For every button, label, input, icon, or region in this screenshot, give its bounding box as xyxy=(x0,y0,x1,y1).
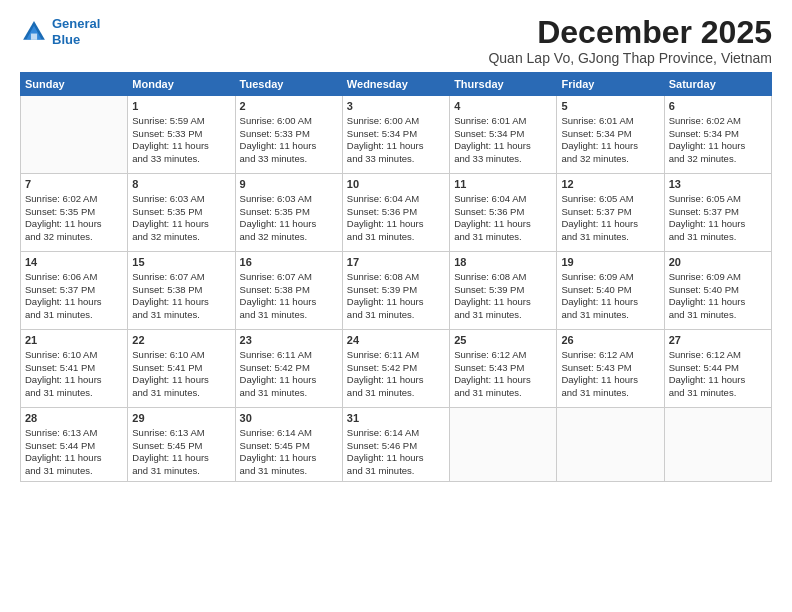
day-info: Sunset: 5:44 PM xyxy=(669,362,767,375)
calendar-cell: 11Sunrise: 6:04 AMSunset: 5:36 PMDayligh… xyxy=(450,174,557,252)
day-info: Sunset: 5:34 PM xyxy=(347,128,445,141)
day-info: Daylight: 11 hours xyxy=(669,296,767,309)
day-info: Sunrise: 6:04 AM xyxy=(454,193,552,206)
day-info: Sunrise: 6:07 AM xyxy=(240,271,338,284)
day-info: Daylight: 11 hours xyxy=(454,140,552,153)
title-block: December 2025 Quan Lap Vo, GJong Thap Pr… xyxy=(488,16,772,66)
day-info: Daylight: 11 hours xyxy=(561,140,659,153)
day-info: Sunrise: 6:13 AM xyxy=(132,427,230,440)
day-info: and 33 minutes. xyxy=(347,153,445,166)
day-info: Daylight: 11 hours xyxy=(347,218,445,231)
calendar-cell: 3Sunrise: 6:00 AMSunset: 5:34 PMDaylight… xyxy=(342,96,449,174)
calendar-cell: 31Sunrise: 6:14 AMSunset: 5:46 PMDayligh… xyxy=(342,408,449,482)
day-info: Sunset: 5:33 PM xyxy=(132,128,230,141)
day-number: 30 xyxy=(240,411,338,426)
day-info: Daylight: 11 hours xyxy=(347,140,445,153)
calendar-cell: 1Sunrise: 5:59 AMSunset: 5:33 PMDaylight… xyxy=(128,96,235,174)
calendar-cell: 18Sunrise: 6:08 AMSunset: 5:39 PMDayligh… xyxy=(450,252,557,330)
day-info: Daylight: 11 hours xyxy=(240,452,338,465)
calendar-cell xyxy=(21,96,128,174)
calendar-header-saturday: Saturday xyxy=(664,73,771,96)
calendar-cell xyxy=(450,408,557,482)
day-info: Daylight: 11 hours xyxy=(25,218,123,231)
day-info: Sunrise: 6:14 AM xyxy=(347,427,445,440)
day-info: Sunset: 5:40 PM xyxy=(669,284,767,297)
day-info: Sunrise: 6:08 AM xyxy=(347,271,445,284)
day-info: Sunset: 5:34 PM xyxy=(561,128,659,141)
day-info: Sunrise: 6:09 AM xyxy=(561,271,659,284)
day-info: Sunrise: 6:14 AM xyxy=(240,427,338,440)
day-info: and 33 minutes. xyxy=(132,153,230,166)
day-info: Sunset: 5:34 PM xyxy=(669,128,767,141)
day-info: Sunset: 5:38 PM xyxy=(240,284,338,297)
day-number: 12 xyxy=(561,177,659,192)
day-info: Sunrise: 6:07 AM xyxy=(132,271,230,284)
day-info: Daylight: 11 hours xyxy=(25,296,123,309)
calendar-cell: 8Sunrise: 6:03 AMSunset: 5:35 PMDaylight… xyxy=(128,174,235,252)
day-number: 29 xyxy=(132,411,230,426)
day-info: and 31 minutes. xyxy=(240,309,338,322)
month-title: December 2025 xyxy=(488,16,772,48)
day-number: 28 xyxy=(25,411,123,426)
day-number: 14 xyxy=(25,255,123,270)
calendar-week-row: 21Sunrise: 6:10 AMSunset: 5:41 PMDayligh… xyxy=(21,330,772,408)
day-info: Sunrise: 6:11 AM xyxy=(347,349,445,362)
day-info: Sunrise: 6:03 AM xyxy=(132,193,230,206)
day-info: Daylight: 11 hours xyxy=(25,374,123,387)
calendar-week-row: 1Sunrise: 5:59 AMSunset: 5:33 PMDaylight… xyxy=(21,96,772,174)
day-info: Sunrise: 6:11 AM xyxy=(240,349,338,362)
day-info: Sunset: 5:44 PM xyxy=(25,440,123,453)
calendar-cell: 30Sunrise: 6:14 AMSunset: 5:45 PMDayligh… xyxy=(235,408,342,482)
day-info: Sunrise: 6:08 AM xyxy=(454,271,552,284)
calendar-cell: 12Sunrise: 6:05 AMSunset: 5:37 PMDayligh… xyxy=(557,174,664,252)
header: General Blue December 2025 Quan Lap Vo, … xyxy=(20,16,772,66)
calendar-cell: 19Sunrise: 6:09 AMSunset: 5:40 PMDayligh… xyxy=(557,252,664,330)
day-info: Sunrise: 6:06 AM xyxy=(25,271,123,284)
day-info: Daylight: 11 hours xyxy=(669,218,767,231)
day-info: Sunset: 5:34 PM xyxy=(454,128,552,141)
day-number: 19 xyxy=(561,255,659,270)
day-info: Sunrise: 6:04 AM xyxy=(347,193,445,206)
day-info: and 31 minutes. xyxy=(25,309,123,322)
day-info: and 32 minutes. xyxy=(669,153,767,166)
day-number: 31 xyxy=(347,411,445,426)
day-info: and 31 minutes. xyxy=(347,231,445,244)
calendar-header-sunday: Sunday xyxy=(21,73,128,96)
day-info: Sunset: 5:39 PM xyxy=(454,284,552,297)
day-info: and 31 minutes. xyxy=(669,309,767,322)
day-number: 3 xyxy=(347,99,445,114)
day-number: 1 xyxy=(132,99,230,114)
day-info: and 31 minutes. xyxy=(132,309,230,322)
day-info: Daylight: 11 hours xyxy=(240,374,338,387)
day-info: Daylight: 11 hours xyxy=(669,374,767,387)
day-info: Sunset: 5:40 PM xyxy=(561,284,659,297)
day-info: and 31 minutes. xyxy=(454,231,552,244)
day-info: Sunrise: 6:00 AM xyxy=(347,115,445,128)
logo: General Blue xyxy=(20,16,100,47)
calendar-cell: 13Sunrise: 6:05 AMSunset: 5:37 PMDayligh… xyxy=(664,174,771,252)
day-info: and 31 minutes. xyxy=(454,387,552,400)
calendar-cell xyxy=(664,408,771,482)
day-info: Sunrise: 6:01 AM xyxy=(561,115,659,128)
day-info: Sunset: 5:41 PM xyxy=(132,362,230,375)
logo-blue: Blue xyxy=(52,32,80,47)
day-info: Sunset: 5:35 PM xyxy=(25,206,123,219)
day-number: 9 xyxy=(240,177,338,192)
calendar-header-friday: Friday xyxy=(557,73,664,96)
day-info: Sunrise: 5:59 AM xyxy=(132,115,230,128)
day-info: Sunrise: 6:02 AM xyxy=(669,115,767,128)
day-info: Daylight: 11 hours xyxy=(347,374,445,387)
day-info: Sunrise: 6:09 AM xyxy=(669,271,767,284)
day-info: and 33 minutes. xyxy=(454,153,552,166)
calendar-week-row: 7Sunrise: 6:02 AMSunset: 5:35 PMDaylight… xyxy=(21,174,772,252)
day-info: Daylight: 11 hours xyxy=(561,218,659,231)
day-number: 13 xyxy=(669,177,767,192)
calendar-table: SundayMondayTuesdayWednesdayThursdayFrid… xyxy=(20,72,772,482)
day-info: Sunrise: 6:05 AM xyxy=(669,193,767,206)
calendar-cell: 26Sunrise: 6:12 AMSunset: 5:43 PMDayligh… xyxy=(557,330,664,408)
day-number: 4 xyxy=(454,99,552,114)
calendar-cell xyxy=(557,408,664,482)
day-info: Daylight: 11 hours xyxy=(669,140,767,153)
day-info: Sunrise: 6:03 AM xyxy=(240,193,338,206)
day-info: Sunrise: 6:02 AM xyxy=(25,193,123,206)
